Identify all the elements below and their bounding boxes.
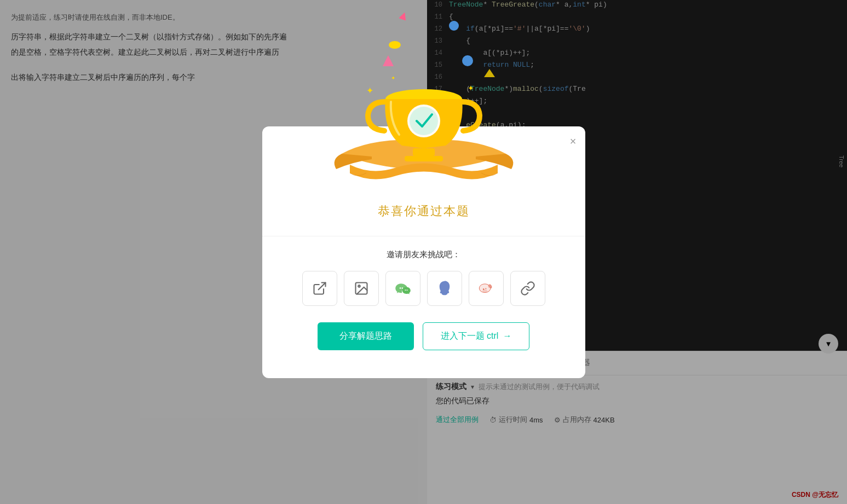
action-buttons: 分享解题思路 进入下一题 ctrl → <box>318 322 530 350</box>
svg-point-1 <box>462 55 473 66</box>
svg-text:✦: ✦ <box>391 75 395 81</box>
modal-close-button[interactable]: × <box>570 135 577 148</box>
invite-label: 邀请朋友来挑战吧： <box>387 250 460 260</box>
modal-overlay: × <box>0 0 847 504</box>
arrow-right-icon: → <box>503 331 511 341</box>
svg-point-18 <box>441 292 443 293</box>
svg-marker-2 <box>484 69 495 77</box>
share-solution-button[interactable]: 分享解题思路 <box>318 322 414 350</box>
svg-point-15 <box>401 287 403 289</box>
svg-point-16 <box>405 289 406 291</box>
invite-section: 邀请朋友来挑战吧： <box>262 236 585 350</box>
next-problem-label: 进入下一题 ctrl <box>441 331 499 342</box>
share-wechat-button[interactable] <box>385 271 420 306</box>
share-image-button[interactable] <box>344 271 379 306</box>
svg-point-19 <box>446 292 447 293</box>
share-external-button[interactable] <box>302 271 337 306</box>
share-weibo-button[interactable] <box>469 271 504 306</box>
svg-rect-5 <box>405 156 443 161</box>
success-modal: × <box>262 126 585 378</box>
svg-marker-0 <box>383 55 394 66</box>
svg-point-13 <box>358 285 360 287</box>
svg-text:✦: ✦ <box>468 84 474 92</box>
dot-blue-decoration <box>449 21 459 31</box>
share-qq-button[interactable] <box>427 271 462 306</box>
svg-point-7 <box>410 107 438 135</box>
share-link-button[interactable] <box>510 271 545 306</box>
trophy-illustration: ✦ ✦ ✦ <box>314 39 533 203</box>
share-icons-row <box>302 271 545 306</box>
next-problem-button[interactable]: 进入下一题 ctrl → <box>423 322 530 350</box>
svg-line-11 <box>318 282 325 289</box>
congrats-text: 恭喜你通过本题 <box>378 203 470 219</box>
dot-pink-decoration <box>399 11 408 21</box>
svg-point-21 <box>485 288 486 289</box>
svg-point-14 <box>399 287 401 289</box>
svg-point-17 <box>406 289 407 291</box>
svg-rect-4 <box>413 148 435 156</box>
svg-text:✦: ✦ <box>366 86 373 95</box>
